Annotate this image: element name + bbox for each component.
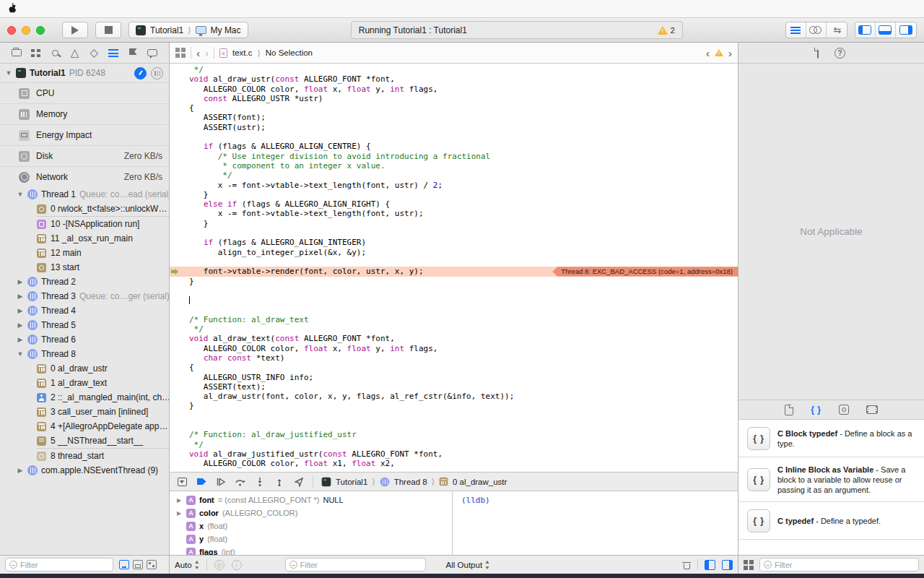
disclosure-triangle-icon[interactable]: ▶	[17, 278, 24, 285]
stack-frame-row[interactable]: 0 rwlock_tt<false>::unlockW…	[0, 202, 169, 216]
continue-button[interactable]	[215, 476, 227, 488]
thread-row[interactable]: ▶Thread 4	[0, 303, 169, 318]
disclosure-triangle-icon[interactable]: ▶	[175, 510, 183, 517]
stack-frame-row[interactable]: 1 al_draw_text	[0, 376, 169, 390]
assistant-editor-button[interactable]	[806, 22, 827, 38]
disclosure-triangle-icon[interactable]: ▼	[17, 191, 24, 198]
stack-frame-row[interactable]: 3 call_user_main [inlined]	[0, 405, 169, 419]
error-annotation[interactable]: Thread 8: EXC_BAD_ACCESS (code=1, addres…	[552, 267, 738, 276]
thread-row[interactable]: ▶Thread 5	[0, 318, 169, 332]
zoom-window-button[interactable]	[36, 26, 45, 35]
disclosure-triangle-icon[interactable]: ▶	[17, 322, 24, 329]
warning-icon[interactable]	[715, 49, 723, 56]
standard-editor-button[interactable]	[786, 22, 806, 38]
apple-icon[interactable]	[7, 3, 17, 14]
thread-row[interactable]: ▼Thread 1Queue: co…ead (serial)	[0, 187, 169, 202]
previous-issue-button[interactable]: ‹	[706, 48, 710, 59]
library-grid-view-icon[interactable]	[744, 560, 754, 570]
close-window-button[interactable]	[7, 26, 16, 35]
disclosure-triangle-icon[interactable]: ▶	[17, 336, 24, 343]
info-icon[interactable]: i	[232, 560, 242, 570]
source-editor[interactable]: */void al_draw_ustr(const ALLEGRO_FONT *…	[170, 64, 738, 472]
variable-row-color[interactable]: ▶Acolor (ALLEGRO_COLOR)	[170, 506, 452, 519]
issue-badge[interactable]: 2	[658, 26, 675, 35]
stack-frame-row[interactable]: 5 __NSThread__start__	[0, 434, 169, 448]
simulate-location-button[interactable]	[293, 476, 305, 488]
stack-frame-row[interactable]: 2 ::_al_mangled_main(int, ch…	[0, 390, 169, 405]
debug-navigator-tab[interactable]	[107, 46, 120, 59]
variable-row-flags[interactable]: Aflags (int)	[170, 545, 452, 555]
file-inspector-tab[interactable]	[817, 48, 819, 58]
toggle-debug-area-button[interactable]	[876, 22, 896, 38]
forward-button[interactable]: ›	[205, 48, 209, 59]
disclosure-triangle-icon[interactable]: ▶	[17, 307, 24, 314]
test-navigator-tab[interactable]: ◇	[87, 46, 100, 59]
run-button[interactable]	[62, 22, 88, 38]
breadcrumb-item[interactable]: Tutorial1	[336, 478, 367, 486]
variable-row-x[interactable]: Ax (float)	[170, 519, 452, 532]
variable-row-font[interactable]: ▶Afont = (const ALLEGRO_FONT *) NULL	[170, 493, 452, 506]
stack-frame-row[interactable]: 11 _al_osx_run_main	[0, 231, 169, 246]
gauge-row-energy-impact[interactable]: Energy Impact	[0, 124, 169, 145]
variables-filter-field[interactable]	[285, 558, 426, 571]
show-variables-view-toggle[interactable]	[705, 560, 715, 570]
thread-row[interactable]: ▶Thread 2	[0, 275, 169, 289]
jump-bar-selection[interactable]: No Selection	[266, 48, 313, 57]
file-template-library-tab[interactable]	[785, 405, 793, 415]
disclosure-triangle-icon[interactable]: ▼	[5, 69, 12, 77]
next-issue-button[interactable]: ›	[728, 48, 732, 59]
minimize-window-button[interactable]	[22, 26, 30, 35]
stack-frame-row[interactable]: 10 -[NSApplication run]	[0, 217, 169, 231]
gauge-row-disk[interactable]: DiskZero KB/s	[0, 145, 169, 166]
disclosure-triangle-icon[interactable]: ▼	[17, 350, 24, 358]
step-out-button[interactable]	[274, 476, 285, 488]
step-into-button[interactable]	[254, 476, 266, 488]
variables-filter-input[interactable]	[300, 561, 422, 569]
filter-crashed-threads-toggle[interactable]	[119, 560, 129, 569]
navigator-filter-field[interactable]	[5, 558, 113, 571]
gauge-row-network[interactable]: NetworkZero KB/s	[0, 166, 169, 187]
disclosure-triangle-icon[interactable]: ▶	[175, 497, 183, 504]
issue-navigator-tab[interactable]: △	[69, 46, 82, 59]
navigator-filter-input[interactable]	[20, 561, 109, 569]
filter-view-mode-toggle[interactable]	[147, 560, 157, 569]
activity-viewer[interactable]: Running Tutorial1 : Tutorial1 2	[351, 21, 683, 39]
snippet-item[interactable]: { }C Inline Block as Variable - Save a b…	[738, 457, 924, 502]
console-output-selector[interactable]: All Output ▲▼	[446, 558, 489, 571]
gauge-row-cpu[interactable]: CPU	[0, 82, 169, 103]
console-view[interactable]: (lldb)	[453, 491, 738, 555]
thread-row[interactable]: ▶Thread 3Queue: co…ger (serial)	[0, 289, 169, 303]
breakpoint-navigator-tab[interactable]	[126, 46, 139, 59]
step-over-button[interactable]	[235, 476, 246, 488]
stack-frame-row[interactable]: 0 al_draw_ustr	[0, 361, 169, 376]
gauge-row-memory[interactable]: Memory	[0, 103, 169, 124]
variable-row-y[interactable]: Ay (float)	[170, 532, 452, 545]
filter-debug-symbols-toggle[interactable]	[133, 560, 143, 569]
show-console-view-toggle[interactable]	[722, 560, 733, 570]
stop-button[interactable]	[95, 22, 121, 38]
back-button[interactable]: ‹	[196, 48, 200, 59]
snippet-item[interactable]: { }C typedef - Define a typedef.	[738, 502, 924, 540]
breakpoints-toggle-button[interactable]	[196, 476, 207, 488]
report-navigator-tab[interactable]	[146, 46, 159, 59]
thread-row[interactable]: ▼Thread 8	[0, 347, 169, 361]
toggle-navigator-button[interactable]	[855, 22, 876, 38]
object-library-tab[interactable]	[839, 405, 849, 415]
breadcrumb-item[interactable]: Thread 8	[394, 478, 427, 486]
variables-scope-selector[interactable]: Auto ▲▼	[175, 558, 199, 571]
snippet-item[interactable]: { }C Block typedef - Define a block as a…	[738, 420, 924, 457]
breadcrumb-item[interactable]: 0 al_draw_ustr	[453, 478, 507, 486]
code-snippet-library-tab[interactable]: { }	[811, 405, 821, 415]
disclosure-triangle-icon[interactable]: ▶	[17, 467, 24, 474]
memory-gauge-button[interactable]	[151, 67, 163, 79]
hide-debug-area-button[interactable]	[176, 476, 188, 488]
find-navigator-tab[interactable]	[49, 46, 62, 59]
thread-row[interactable]: ▶Thread 6	[0, 332, 169, 347]
watch-variable-icon[interactable]: ◎	[214, 560, 225, 570]
version-editor-button[interactable]: ⇆	[827, 22, 847, 38]
process-row[interactable]: ▼Tutorial1PID 6248	[0, 64, 169, 82]
project-navigator-tab[interactable]	[10, 46, 23, 59]
disclosure-triangle-icon[interactable]: ▶	[17, 293, 24, 300]
jump-bar-file[interactable]: text.c	[232, 48, 252, 57]
library-filter-field[interactable]	[759, 558, 919, 571]
